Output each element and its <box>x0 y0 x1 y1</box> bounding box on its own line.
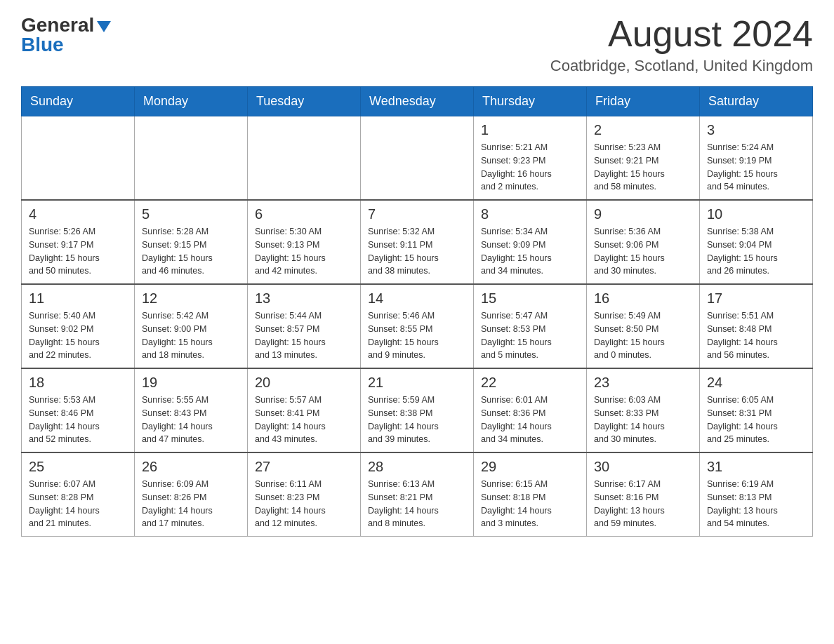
calendar-cell <box>135 116 248 201</box>
logo: General Blue <box>21 14 111 56</box>
calendar-cell: 18Sunrise: 5:53 AM Sunset: 8:46 PM Dayli… <box>22 368 135 452</box>
calendar-table: SundayMondayTuesdayWednesdayThursdayFrid… <box>21 86 813 537</box>
day-number: 7 <box>368 206 466 222</box>
week-row-5: 25Sunrise: 6:07 AM Sunset: 8:28 PM Dayli… <box>22 452 813 537</box>
calendar-cell: 3Sunrise: 5:24 AM Sunset: 9:19 PM Daylig… <box>700 116 813 201</box>
calendar-cell: 20Sunrise: 5:57 AM Sunset: 8:41 PM Dayli… <box>248 368 361 452</box>
day-number: 22 <box>481 375 579 391</box>
day-number: 29 <box>481 459 579 475</box>
day-info: Sunrise: 5:24 AM Sunset: 9:19 PM Dayligh… <box>707 141 805 194</box>
calendar-cell: 6Sunrise: 5:30 AM Sunset: 9:13 PM Daylig… <box>248 200 361 284</box>
day-info: Sunrise: 5:30 AM Sunset: 9:13 PM Dayligh… <box>255 225 353 278</box>
day-number: 14 <box>368 290 466 307</box>
day-number: 6 <box>255 206 353 222</box>
day-info: Sunrise: 6:05 AM Sunset: 8:31 PM Dayligh… <box>707 394 805 446</box>
calendar-cell <box>248 116 361 201</box>
title-area: August 2024 Coatbridge, Scotland, United… <box>550 14 813 75</box>
day-info: Sunrise: 5:40 AM Sunset: 9:02 PM Dayligh… <box>29 309 127 362</box>
day-info: Sunrise: 6:11 AM Sunset: 8:23 PM Dayligh… <box>255 478 353 530</box>
day-info: Sunrise: 5:53 AM Sunset: 8:46 PM Dayligh… <box>29 394 127 446</box>
day-info: Sunrise: 5:46 AM Sunset: 8:55 PM Dayligh… <box>368 309 466 362</box>
calendar-cell: 19Sunrise: 5:55 AM Sunset: 8:43 PM Dayli… <box>135 368 248 452</box>
calendar-cell: 15Sunrise: 5:47 AM Sunset: 8:53 PM Dayli… <box>474 284 587 368</box>
day-info: Sunrise: 6:17 AM Sunset: 8:16 PM Dayligh… <box>594 478 692 530</box>
day-number: 17 <box>707 290 805 307</box>
day-info: Sunrise: 6:13 AM Sunset: 8:21 PM Dayligh… <box>368 478 466 530</box>
calendar-cell: 2Sunrise: 5:23 AM Sunset: 9:21 PM Daylig… <box>587 116 700 201</box>
location-title: Coatbridge, Scotland, United Kingdom <box>550 57 813 75</box>
day-info: Sunrise: 6:09 AM Sunset: 8:26 PM Dayligh… <box>142 478 240 530</box>
day-number: 20 <box>255 375 353 391</box>
weekday-header-thursday: Thursday <box>474 87 587 116</box>
weekday-header-monday: Monday <box>135 87 248 116</box>
calendar-cell: 13Sunrise: 5:44 AM Sunset: 8:57 PM Dayli… <box>248 284 361 368</box>
day-info: Sunrise: 5:26 AM Sunset: 9:17 PM Dayligh… <box>29 225 127 278</box>
calendar-cell: 1Sunrise: 5:21 AM Sunset: 9:23 PM Daylig… <box>474 116 587 201</box>
calendar-cell: 21Sunrise: 5:59 AM Sunset: 8:38 PM Dayli… <box>361 368 474 452</box>
calendar-cell: 9Sunrise: 5:36 AM Sunset: 9:06 PM Daylig… <box>587 200 700 284</box>
day-info: Sunrise: 5:36 AM Sunset: 9:06 PM Dayligh… <box>594 225 692 278</box>
day-number: 2 <box>594 122 692 138</box>
weekday-header-sunday: Sunday <box>22 87 135 116</box>
day-number: 30 <box>594 459 692 475</box>
day-info: Sunrise: 6:15 AM Sunset: 8:18 PM Dayligh… <box>481 478 579 530</box>
week-row-3: 11Sunrise: 5:40 AM Sunset: 9:02 PM Dayli… <box>22 284 813 368</box>
day-number: 3 <box>707 122 805 138</box>
calendar-cell: 14Sunrise: 5:46 AM Sunset: 8:55 PM Dayli… <box>361 284 474 368</box>
day-number: 26 <box>142 459 240 475</box>
day-info: Sunrise: 6:19 AM Sunset: 8:13 PM Dayligh… <box>707 478 805 530</box>
day-info: Sunrise: 6:01 AM Sunset: 8:36 PM Dayligh… <box>481 394 579 446</box>
calendar-cell: 23Sunrise: 6:03 AM Sunset: 8:33 PM Dayli… <box>587 368 700 452</box>
day-info: Sunrise: 5:44 AM Sunset: 8:57 PM Dayligh… <box>255 309 353 362</box>
week-row-1: 1Sunrise: 5:21 AM Sunset: 9:23 PM Daylig… <box>22 116 813 201</box>
calendar-cell: 12Sunrise: 5:42 AM Sunset: 9:00 PM Dayli… <box>135 284 248 368</box>
day-number: 11 <box>29 290 127 307</box>
day-info: Sunrise: 6:07 AM Sunset: 8:28 PM Dayligh… <box>29 478 127 530</box>
calendar-cell <box>22 116 135 201</box>
calendar-cell: 26Sunrise: 6:09 AM Sunset: 8:26 PM Dayli… <box>135 452 248 537</box>
weekday-header-wednesday: Wednesday <box>361 87 474 116</box>
day-info: Sunrise: 5:38 AM Sunset: 9:04 PM Dayligh… <box>707 225 805 278</box>
day-info: Sunrise: 5:51 AM Sunset: 8:48 PM Dayligh… <box>707 309 805 362</box>
day-info: Sunrise: 6:03 AM Sunset: 8:33 PM Dayligh… <box>594 394 692 446</box>
calendar-cell: 10Sunrise: 5:38 AM Sunset: 9:04 PM Dayli… <box>700 200 813 284</box>
day-number: 24 <box>707 375 805 391</box>
month-title: August 2024 <box>550 14 813 54</box>
day-number: 5 <box>142 206 240 222</box>
day-number: 8 <box>481 206 579 222</box>
logo-triangle-icon <box>97 21 111 32</box>
day-number: 9 <box>594 206 692 222</box>
day-info: Sunrise: 5:42 AM Sunset: 9:00 PM Dayligh… <box>142 309 240 362</box>
calendar-cell: 8Sunrise: 5:34 AM Sunset: 9:09 PM Daylig… <box>474 200 587 284</box>
day-number: 15 <box>481 290 579 307</box>
calendar-cell: 5Sunrise: 5:28 AM Sunset: 9:15 PM Daylig… <box>135 200 248 284</box>
day-info: Sunrise: 5:28 AM Sunset: 9:15 PM Dayligh… <box>142 225 240 278</box>
day-number: 31 <box>707 459 805 475</box>
calendar-cell: 27Sunrise: 6:11 AM Sunset: 8:23 PM Dayli… <box>248 452 361 537</box>
day-info: Sunrise: 5:57 AM Sunset: 8:41 PM Dayligh… <box>255 394 353 446</box>
day-info: Sunrise: 5:23 AM Sunset: 9:21 PM Dayligh… <box>594 141 692 194</box>
day-number: 19 <box>142 375 240 391</box>
day-number: 28 <box>368 459 466 475</box>
day-number: 27 <box>255 459 353 475</box>
day-info: Sunrise: 5:55 AM Sunset: 8:43 PM Dayligh… <box>142 394 240 446</box>
weekday-header-tuesday: Tuesday <box>248 87 361 116</box>
day-info: Sunrise: 5:47 AM Sunset: 8:53 PM Dayligh… <box>481 309 579 362</box>
day-number: 25 <box>29 459 127 475</box>
calendar-cell: 17Sunrise: 5:51 AM Sunset: 8:48 PM Dayli… <box>700 284 813 368</box>
day-number: 13 <box>255 290 353 307</box>
calendar-cell <box>361 116 474 201</box>
day-number: 23 <box>594 375 692 391</box>
week-row-4: 18Sunrise: 5:53 AM Sunset: 8:46 PM Dayli… <box>22 368 813 452</box>
header: General Blue August 2024 Coatbridge, Sco… <box>21 14 813 75</box>
weekday-header-friday: Friday <box>587 87 700 116</box>
calendar-cell: 22Sunrise: 6:01 AM Sunset: 8:36 PM Dayli… <box>474 368 587 452</box>
weekday-header-row: SundayMondayTuesdayWednesdayThursdayFrid… <box>22 87 813 116</box>
day-info: Sunrise: 5:32 AM Sunset: 9:11 PM Dayligh… <box>368 225 466 278</box>
day-number: 21 <box>368 375 466 391</box>
day-info: Sunrise: 5:49 AM Sunset: 8:50 PM Dayligh… <box>594 309 692 362</box>
weekday-header-saturday: Saturday <box>700 87 813 116</box>
day-number: 4 <box>29 206 127 222</box>
day-info: Sunrise: 5:34 AM Sunset: 9:09 PM Dayligh… <box>481 225 579 278</box>
calendar-cell: 31Sunrise: 6:19 AM Sunset: 8:13 PM Dayli… <box>700 452 813 537</box>
